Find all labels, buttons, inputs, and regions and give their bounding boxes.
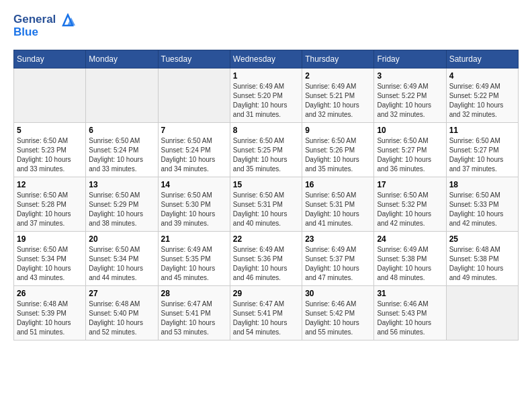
weekday-header-tuesday: Tuesday <box>158 50 230 68</box>
day-number: 31 <box>377 289 443 298</box>
calendar-cell: 1Sunrise: 6:49 AMSunset: 5:20 PMDaylight… <box>230 68 302 123</box>
calendar-cell <box>158 68 230 123</box>
day-info: Sunrise: 6:50 AMSunset: 5:26 PMDaylight:… <box>305 136 371 174</box>
calendar-cell: 5Sunrise: 6:50 AMSunset: 5:23 PMDaylight… <box>14 123 86 177</box>
day-info: Sunrise: 6:50 AMSunset: 5:27 PMDaylight:… <box>449 136 515 174</box>
week-row-5: 26Sunrise: 6:48 AMSunset: 5:39 PMDayligh… <box>14 286 519 340</box>
calendar-cell: 31Sunrise: 6:46 AMSunset: 5:43 PMDayligh… <box>374 286 446 340</box>
calendar-cell: 12Sunrise: 6:50 AMSunset: 5:28 PMDayligh… <box>14 177 86 232</box>
logo: General Blue <box>13 13 75 39</box>
day-info: Sunrise: 6:49 AMSunset: 5:21 PMDaylight:… <box>305 82 371 120</box>
day-number: 6 <box>89 126 154 135</box>
calendar-cell <box>446 286 518 340</box>
calendar-cell: 25Sunrise: 6:48 AMSunset: 5:38 PMDayligh… <box>446 232 518 286</box>
day-info: Sunrise: 6:50 AMSunset: 5:34 PMDaylight:… <box>89 245 154 283</box>
calendar-cell: 26Sunrise: 6:48 AMSunset: 5:39 PMDayligh… <box>14 286 86 340</box>
logo-icon <box>60 13 75 27</box>
day-number: 7 <box>161 126 227 135</box>
day-info: Sunrise: 6:50 AMSunset: 5:23 PMDaylight:… <box>17 136 83 174</box>
day-info: Sunrise: 6:46 AMSunset: 5:42 PMDaylight:… <box>305 300 371 337</box>
day-number: 19 <box>17 234 83 244</box>
calendar-cell <box>86 68 158 123</box>
day-info: Sunrise: 6:50 AMSunset: 5:24 PMDaylight:… <box>161 136 227 174</box>
week-row-3: 12Sunrise: 6:50 AMSunset: 5:28 PMDayligh… <box>14 177 519 232</box>
day-number: 3 <box>377 71 443 81</box>
calendar-cell: 22Sunrise: 6:49 AMSunset: 5:36 PMDayligh… <box>230 232 302 286</box>
day-number: 28 <box>161 289 227 298</box>
day-number: 22 <box>233 234 299 244</box>
calendar-cell: 16Sunrise: 6:50 AMSunset: 5:31 PMDayligh… <box>302 177 374 232</box>
day-number: 5 <box>17 126 83 135</box>
day-number: 26 <box>17 289 83 298</box>
logo-text: General <box>13 13 75 27</box>
day-info: Sunrise: 6:50 AMSunset: 5:31 PMDaylight:… <box>233 191 299 228</box>
calendar-cell: 7Sunrise: 6:50 AMSunset: 5:24 PMDaylight… <box>158 123 230 177</box>
calendar-cell: 30Sunrise: 6:46 AMSunset: 5:42 PMDayligh… <box>302 286 374 340</box>
day-number: 25 <box>449 234 515 244</box>
calendar-cell: 3Sunrise: 6:49 AMSunset: 5:22 PMDaylight… <box>374 68 446 123</box>
day-info: Sunrise: 6:48 AMSunset: 5:38 PMDaylight:… <box>449 245 515 283</box>
day-info: Sunrise: 6:50 AMSunset: 5:30 PMDaylight:… <box>161 191 227 228</box>
calendar-cell: 19Sunrise: 6:50 AMSunset: 5:34 PMDayligh… <box>14 232 86 286</box>
calendar-header: SundayMondayTuesdayWednesdayThursdayFrid… <box>14 50 519 68</box>
day-info: Sunrise: 6:49 AMSunset: 5:20 PMDaylight:… <box>233 82 299 120</box>
day-number: 13 <box>89 180 154 189</box>
weekday-header-friday: Friday <box>374 50 446 68</box>
calendar-cell: 10Sunrise: 6:50 AMSunset: 5:27 PMDayligh… <box>374 123 446 177</box>
calendar-cell: 14Sunrise: 6:50 AMSunset: 5:30 PMDayligh… <box>158 177 230 232</box>
day-info: Sunrise: 6:46 AMSunset: 5:43 PMDaylight:… <box>377 300 443 337</box>
day-number: 18 <box>449 180 515 189</box>
calendar-cell: 8Sunrise: 6:50 AMSunset: 5:25 PMDaylight… <box>230 123 302 177</box>
day-info: Sunrise: 6:49 AMSunset: 5:22 PMDaylight:… <box>449 82 515 120</box>
calendar-cell: 2Sunrise: 6:49 AMSunset: 5:21 PMDaylight… <box>302 68 374 123</box>
week-row-4: 19Sunrise: 6:50 AMSunset: 5:34 PMDayligh… <box>14 232 519 286</box>
day-number: 9 <box>305 126 371 135</box>
calendar-cell: 4Sunrise: 6:49 AMSunset: 5:22 PMDaylight… <box>446 68 518 123</box>
calendar-cell: 9Sunrise: 6:50 AMSunset: 5:26 PMDaylight… <box>302 123 374 177</box>
week-row-1: 1Sunrise: 6:49 AMSunset: 5:20 PMDaylight… <box>14 68 519 123</box>
day-number: 23 <box>305 234 371 244</box>
calendar-cell: 11Sunrise: 6:50 AMSunset: 5:27 PMDayligh… <box>446 123 518 177</box>
page-header: General Blue <box>13 13 519 39</box>
day-info: Sunrise: 6:49 AMSunset: 5:37 PMDaylight:… <box>305 245 371 283</box>
day-info: Sunrise: 6:50 AMSunset: 5:29 PMDaylight:… <box>89 191 154 228</box>
day-info: Sunrise: 6:49 AMSunset: 5:38 PMDaylight:… <box>377 245 443 283</box>
svg-marker-1 <box>67 17 75 26</box>
day-number: 30 <box>305 289 371 298</box>
calendar-cell: 29Sunrise: 6:47 AMSunset: 5:41 PMDayligh… <box>230 286 302 340</box>
day-number: 16 <box>305 180 371 189</box>
day-number: 1 <box>233 71 299 81</box>
calendar-cell: 15Sunrise: 6:50 AMSunset: 5:31 PMDayligh… <box>230 177 302 232</box>
day-number: 14 <box>161 180 227 189</box>
calendar-cell: 20Sunrise: 6:50 AMSunset: 5:34 PMDayligh… <box>86 232 158 286</box>
day-number: 21 <box>161 234 227 244</box>
day-number: 10 <box>377 126 443 135</box>
day-number: 8 <box>233 126 299 135</box>
calendar-cell: 24Sunrise: 6:49 AMSunset: 5:38 PMDayligh… <box>374 232 446 286</box>
day-number: 11 <box>449 126 515 135</box>
calendar-cell: 28Sunrise: 6:47 AMSunset: 5:41 PMDayligh… <box>158 286 230 340</box>
weekday-row: SundayMondayTuesdayWednesdayThursdayFrid… <box>14 50 519 68</box>
day-info: Sunrise: 6:50 AMSunset: 5:34 PMDaylight:… <box>17 245 83 283</box>
calendar-cell: 6Sunrise: 6:50 AMSunset: 5:24 PMDaylight… <box>86 123 158 177</box>
day-info: Sunrise: 6:49 AMSunset: 5:35 PMDaylight:… <box>161 245 227 283</box>
calendar-cell: 23Sunrise: 6:49 AMSunset: 5:37 PMDayligh… <box>302 232 374 286</box>
day-number: 4 <box>449 71 515 81</box>
day-info: Sunrise: 6:48 AMSunset: 5:40 PMDaylight:… <box>89 300 154 337</box>
day-info: Sunrise: 6:50 AMSunset: 5:27 PMDaylight:… <box>377 136 443 174</box>
day-number: 27 <box>89 289 154 298</box>
weekday-header-monday: Monday <box>86 50 158 68</box>
day-number: 24 <box>377 234 443 244</box>
day-number: 29 <box>233 289 299 298</box>
day-number: 17 <box>377 180 443 189</box>
calendar-cell: 17Sunrise: 6:50 AMSunset: 5:32 PMDayligh… <box>374 177 446 232</box>
weekday-header-wednesday: Wednesday <box>230 50 302 68</box>
day-info: Sunrise: 6:48 AMSunset: 5:39 PMDaylight:… <box>17 300 83 337</box>
day-info: Sunrise: 6:47 AMSunset: 5:41 PMDaylight:… <box>161 300 227 337</box>
calendar-table: SundayMondayTuesdayWednesdayThursdayFrid… <box>13 50 519 340</box>
day-info: Sunrise: 6:49 AMSunset: 5:36 PMDaylight:… <box>233 245 299 283</box>
weekday-header-saturday: Saturday <box>446 50 518 68</box>
day-info: Sunrise: 6:50 AMSunset: 5:33 PMDaylight:… <box>449 191 515 228</box>
day-info: Sunrise: 6:50 AMSunset: 5:24 PMDaylight:… <box>89 136 154 174</box>
week-row-2: 5Sunrise: 6:50 AMSunset: 5:23 PMDaylight… <box>14 123 519 177</box>
